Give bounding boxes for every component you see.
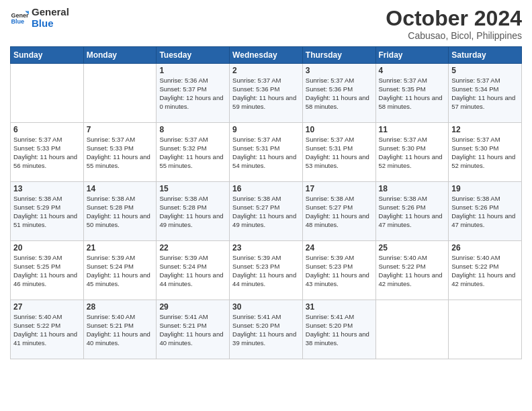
day-number: 9 xyxy=(232,125,300,134)
cell-content: Sunrise: 5:37 AM Sunset: 5:36 PM Dayligh… xyxy=(232,77,300,111)
title-block: October 2024 Cabusao, Bicol, Philippines xyxy=(386,7,522,41)
day-number: 18 xyxy=(379,184,446,193)
cell-content: Sunrise: 5:39 AM Sunset: 5:23 PM Dayligh… xyxy=(232,254,300,288)
calendar-cell: 12Sunrise: 5:37 AM Sunset: 5:30 PM Dayli… xyxy=(449,123,522,182)
day-number: 22 xyxy=(159,243,226,253)
cell-content: Sunrise: 5:40 AM Sunset: 5:22 PM Dayligh… xyxy=(13,313,81,347)
cell-content: Sunrise: 5:37 AM Sunset: 5:31 PM Dayligh… xyxy=(232,136,300,170)
month-title: October 2024 xyxy=(386,7,522,30)
header-day-thursday: Thursday xyxy=(302,47,375,64)
cell-content: Sunrise: 5:41 AM Sunset: 5:20 PM Dayligh… xyxy=(232,313,300,347)
day-number: 19 xyxy=(451,184,519,193)
calendar-cell: 27Sunrise: 5:40 AM Sunset: 5:22 PM Dayli… xyxy=(11,300,84,359)
cell-content: Sunrise: 5:37 AM Sunset: 5:31 PM Dayligh… xyxy=(306,136,373,170)
cell-content: Sunrise: 5:38 AM Sunset: 5:28 PM Dayligh… xyxy=(159,195,226,229)
header-day-wednesday: Wednesday xyxy=(230,47,303,64)
day-number: 4 xyxy=(379,66,446,75)
header-day-friday: Friday xyxy=(375,47,449,64)
cell-content: Sunrise: 5:37 AM Sunset: 5:30 PM Dayligh… xyxy=(451,136,519,170)
calendar-cell xyxy=(11,64,84,123)
svg-text:Blue: Blue xyxy=(11,18,24,25)
day-number: 24 xyxy=(306,243,373,253)
calendar-cell: 2Sunrise: 5:37 AM Sunset: 5:36 PM Daylig… xyxy=(230,64,303,123)
calendar-cell: 14Sunrise: 5:38 AM Sunset: 5:28 PM Dayli… xyxy=(83,182,157,241)
day-number: 5 xyxy=(451,66,519,75)
cell-content: Sunrise: 5:39 AM Sunset: 5:24 PM Dayligh… xyxy=(159,254,226,288)
cell-content: Sunrise: 5:37 AM Sunset: 5:36 PM Dayligh… xyxy=(306,77,373,111)
location: Cabusao, Bicol, Philippines xyxy=(386,30,522,41)
calendar-cell: 3Sunrise: 5:37 AM Sunset: 5:36 PM Daylig… xyxy=(302,64,375,123)
header-day-saturday: Saturday xyxy=(449,47,522,64)
calendar-cell: 18Sunrise: 5:38 AM Sunset: 5:26 PM Dayli… xyxy=(375,182,449,241)
day-number: 12 xyxy=(451,125,519,134)
calendar-cell: 11Sunrise: 5:37 AM Sunset: 5:30 PM Dayli… xyxy=(375,123,449,182)
cell-content: Sunrise: 5:37 AM Sunset: 5:35 PM Dayligh… xyxy=(379,77,446,111)
day-number: 29 xyxy=(159,302,226,312)
day-number: 26 xyxy=(451,243,519,253)
logo-icon: General Blue xyxy=(10,9,29,28)
day-number: 27 xyxy=(13,302,81,312)
calendar-cell xyxy=(83,64,157,123)
cell-content: Sunrise: 5:40 AM Sunset: 5:22 PM Dayligh… xyxy=(451,254,519,288)
cell-content: Sunrise: 5:38 AM Sunset: 5:26 PM Dayligh… xyxy=(379,195,446,229)
day-number: 16 xyxy=(232,184,300,193)
cell-content: Sunrise: 5:39 AM Sunset: 5:25 PM Dayligh… xyxy=(13,254,81,288)
day-number: 11 xyxy=(379,125,446,134)
day-number: 8 xyxy=(159,125,226,134)
cell-content: Sunrise: 5:39 AM Sunset: 5:23 PM Dayligh… xyxy=(306,254,373,288)
day-number: 10 xyxy=(306,125,373,134)
calendar-cell: 20Sunrise: 5:39 AM Sunset: 5:25 PM Dayli… xyxy=(11,241,84,300)
day-number: 7 xyxy=(87,125,154,134)
cell-content: Sunrise: 5:40 AM Sunset: 5:21 PM Dayligh… xyxy=(87,313,154,347)
cell-content: Sunrise: 5:38 AM Sunset: 5:29 PM Dayligh… xyxy=(13,195,81,229)
cell-content: Sunrise: 5:38 AM Sunset: 5:28 PM Dayligh… xyxy=(87,195,154,229)
cell-content: Sunrise: 5:39 AM Sunset: 5:24 PM Dayligh… xyxy=(87,254,154,288)
calendar-cell: 16Sunrise: 5:38 AM Sunset: 5:27 PM Dayli… xyxy=(230,182,303,241)
calendar-cell: 19Sunrise: 5:38 AM Sunset: 5:26 PM Dayli… xyxy=(449,182,522,241)
header-row: SundayMondayTuesdayWednesdayThursdayFrid… xyxy=(11,47,522,64)
calendar-cell: 13Sunrise: 5:38 AM Sunset: 5:29 PM Dayli… xyxy=(11,182,84,241)
cell-content: Sunrise: 5:37 AM Sunset: 5:34 PM Dayligh… xyxy=(451,77,519,111)
day-number: 2 xyxy=(232,66,300,75)
week-row-2: 6Sunrise: 5:37 AM Sunset: 5:33 PM Daylig… xyxy=(11,123,522,182)
cell-content: Sunrise: 5:41 AM Sunset: 5:20 PM Dayligh… xyxy=(306,313,373,347)
cell-content: Sunrise: 5:37 AM Sunset: 5:32 PM Dayligh… xyxy=(159,136,226,170)
calendar-cell: 6Sunrise: 5:37 AM Sunset: 5:33 PM Daylig… xyxy=(11,123,84,182)
day-number: 15 xyxy=(159,184,226,193)
calendar-cell: 4Sunrise: 5:37 AM Sunset: 5:35 PM Daylig… xyxy=(375,64,449,123)
day-number: 6 xyxy=(13,125,81,134)
week-row-5: 27Sunrise: 5:40 AM Sunset: 5:22 PM Dayli… xyxy=(11,300,522,359)
day-number: 30 xyxy=(232,302,300,312)
calendar-cell: 10Sunrise: 5:37 AM Sunset: 5:31 PM Dayli… xyxy=(302,123,375,182)
calendar-cell: 7Sunrise: 5:37 AM Sunset: 5:33 PM Daylig… xyxy=(83,123,157,182)
calendar-cell: 29Sunrise: 5:41 AM Sunset: 5:21 PM Dayli… xyxy=(157,300,230,359)
header-day-sunday: Sunday xyxy=(11,47,84,64)
cell-content: Sunrise: 5:36 AM Sunset: 5:37 PM Dayligh… xyxy=(159,77,226,111)
calendar-cell: 8Sunrise: 5:37 AM Sunset: 5:32 PM Daylig… xyxy=(157,123,230,182)
day-number: 28 xyxy=(87,302,154,312)
calendar-cell: 28Sunrise: 5:40 AM Sunset: 5:21 PM Dayli… xyxy=(83,300,157,359)
day-number: 25 xyxy=(379,243,446,253)
calendar-cell: 15Sunrise: 5:38 AM Sunset: 5:28 PM Dayli… xyxy=(157,182,230,241)
calendar-cell: 24Sunrise: 5:39 AM Sunset: 5:23 PM Dayli… xyxy=(302,241,375,300)
day-number: 31 xyxy=(306,302,373,312)
header: General Blue General Blue October 2024 C… xyxy=(10,7,522,41)
day-number: 20 xyxy=(13,243,81,253)
cell-content: Sunrise: 5:41 AM Sunset: 5:21 PM Dayligh… xyxy=(159,313,226,347)
calendar-cell: 5Sunrise: 5:37 AM Sunset: 5:34 PM Daylig… xyxy=(449,64,522,123)
page: General Blue General Blue October 2024 C… xyxy=(0,0,532,411)
day-number: 1 xyxy=(159,66,226,75)
day-number: 3 xyxy=(306,66,373,75)
cell-content: Sunrise: 5:38 AM Sunset: 5:27 PM Dayligh… xyxy=(232,195,300,229)
calendar-cell: 31Sunrise: 5:41 AM Sunset: 5:20 PM Dayli… xyxy=(302,300,375,359)
calendar-table: SundayMondayTuesdayWednesdayThursdayFrid… xyxy=(10,46,522,359)
day-number: 23 xyxy=(232,243,300,253)
calendar-cell xyxy=(375,300,449,359)
calendar-cell: 25Sunrise: 5:40 AM Sunset: 5:22 PM Dayli… xyxy=(375,241,449,300)
cell-content: Sunrise: 5:37 AM Sunset: 5:33 PM Dayligh… xyxy=(87,136,154,170)
header-day-tuesday: Tuesday xyxy=(157,47,230,64)
week-row-4: 20Sunrise: 5:39 AM Sunset: 5:25 PM Dayli… xyxy=(11,241,522,300)
calendar-cell: 30Sunrise: 5:41 AM Sunset: 5:20 PM Dayli… xyxy=(230,300,303,359)
calendar-cell xyxy=(449,300,522,359)
logo-blue-text: Blue xyxy=(32,18,69,30)
